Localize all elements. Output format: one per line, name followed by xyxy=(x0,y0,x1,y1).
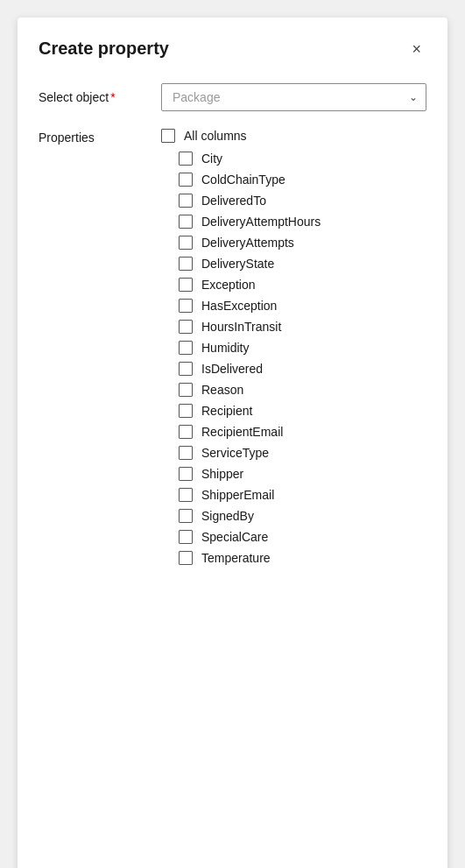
property-label-temperature[interactable]: Temperature xyxy=(201,551,271,565)
list-item: Shipper xyxy=(161,467,426,481)
property-checkbox-cold-chain-type[interactable] xyxy=(179,173,193,187)
list-item: Recipient xyxy=(161,404,426,418)
property-label-delivery-attempts[interactable]: DeliveryAttempts xyxy=(201,236,294,250)
select-object-row: Select object* Package ⌄ xyxy=(39,83,426,111)
properties-label: Properties xyxy=(39,129,161,145)
property-label-delivered-to[interactable]: DeliveredTo xyxy=(201,194,266,208)
property-label-recipient-email[interactable]: RecipientEmail xyxy=(201,425,283,439)
property-checkbox-delivery-attempts[interactable] xyxy=(179,236,193,250)
property-checkbox-recipient[interactable] xyxy=(179,404,193,418)
property-checkbox-shipper-email[interactable] xyxy=(179,488,193,502)
list-item: HoursInTransit xyxy=(161,320,426,334)
property-checkbox-service-type[interactable] xyxy=(179,446,193,460)
list-item: SpecialCare xyxy=(161,530,426,544)
property-label-has-exception[interactable]: HasException xyxy=(201,299,277,313)
create-property-panel: Create property × Select object* Package… xyxy=(18,18,447,868)
property-label-city[interactable]: City xyxy=(201,152,222,166)
list-item: Exception xyxy=(161,278,426,292)
property-label-signed-by[interactable]: SignedBy xyxy=(201,509,254,523)
properties-section: Properties All columns CityColdChainType… xyxy=(39,129,426,572)
property-checkbox-is-delivered[interactable] xyxy=(179,362,193,376)
required-marker: * xyxy=(110,90,115,104)
property-label-hours-in-transit[interactable]: HoursInTransit xyxy=(201,320,281,334)
list-item: Temperature xyxy=(161,551,426,565)
property-label-reason[interactable]: Reason xyxy=(201,383,243,397)
property-checkbox-exception[interactable] xyxy=(179,278,193,292)
select-object-wrapper: Package ⌄ xyxy=(161,83,426,111)
property-checkbox-delivery-attempt-hours[interactable] xyxy=(179,215,193,229)
list-item: IsDelivered xyxy=(161,362,426,376)
list-item: DeliveryAttemptHours xyxy=(161,215,426,229)
property-checkbox-reason[interactable] xyxy=(179,383,193,397)
property-label-service-type[interactable]: ServiceType xyxy=(201,446,269,460)
checkboxes-container: All columns CityColdChainTypeDeliveredTo… xyxy=(161,129,426,572)
property-label-recipient[interactable]: Recipient xyxy=(201,404,252,418)
property-label-special-care[interactable]: SpecialCare xyxy=(201,530,268,544)
list-item: HasException xyxy=(161,299,426,313)
list-item: DeliveredTo xyxy=(161,194,426,208)
list-item: DeliveryAttempts xyxy=(161,236,426,250)
property-label-exception[interactable]: Exception xyxy=(201,278,255,292)
all-columns-label[interactable]: All columns xyxy=(184,129,247,143)
property-label-is-delivered[interactable]: IsDelivered xyxy=(201,362,263,376)
list-item: RecipientEmail xyxy=(161,425,426,439)
property-checkbox-delivery-state[interactable] xyxy=(179,257,193,271)
select-object-input[interactable]: Package xyxy=(161,83,426,111)
all-columns-checkbox[interactable] xyxy=(161,129,175,143)
property-checkbox-hours-in-transit[interactable] xyxy=(179,320,193,334)
property-label-delivery-attempt-hours[interactable]: DeliveryAttemptHours xyxy=(201,215,321,229)
close-button[interactable]: × xyxy=(406,39,426,59)
list-item: DeliveryState xyxy=(161,257,426,271)
list-item: ShipperEmail xyxy=(161,488,426,502)
property-label-shipper[interactable]: Shipper xyxy=(201,467,243,481)
list-item: ServiceType xyxy=(161,446,426,460)
panel-header: Create property × xyxy=(39,39,426,59)
checkboxes-list: CityColdChainTypeDeliveredToDeliveryAtte… xyxy=(161,152,426,565)
property-label-delivery-state[interactable]: DeliveryState xyxy=(201,257,274,271)
property-checkbox-delivered-to[interactable] xyxy=(179,194,193,208)
list-item: Reason xyxy=(161,383,426,397)
property-checkbox-special-care[interactable] xyxy=(179,530,193,544)
property-checkbox-recipient-email[interactable] xyxy=(179,425,193,439)
property-checkbox-signed-by[interactable] xyxy=(179,509,193,523)
property-label-cold-chain-type[interactable]: ColdChainType xyxy=(201,173,285,187)
list-item: SignedBy xyxy=(161,509,426,523)
list-item: City xyxy=(161,152,426,166)
select-object-label: Select object* xyxy=(39,90,161,104)
property-checkbox-temperature[interactable] xyxy=(179,551,193,565)
property-checkbox-shipper[interactable] xyxy=(179,467,193,481)
panel-title: Create property xyxy=(39,39,169,59)
property-checkbox-has-exception[interactable] xyxy=(179,299,193,313)
property-label-shipper-email[interactable]: ShipperEmail xyxy=(201,488,274,502)
property-label-humidity[interactable]: Humidity xyxy=(201,341,249,355)
list-item: ColdChainType xyxy=(161,173,426,187)
list-item: Humidity xyxy=(161,341,426,355)
all-columns-row: All columns xyxy=(161,129,426,143)
property-checkbox-humidity[interactable] xyxy=(179,341,193,355)
property-checkbox-city[interactable] xyxy=(179,152,193,166)
